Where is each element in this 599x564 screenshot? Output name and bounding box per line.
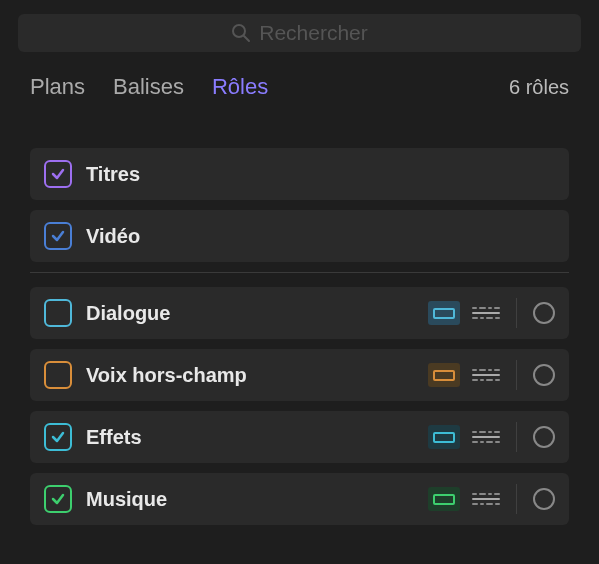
checkbox-video[interactable] <box>44 222 72 250</box>
action-divider <box>516 422 517 452</box>
lanes-icon[interactable] <box>472 365 500 385</box>
role-item-titres: Titres <box>30 148 569 200</box>
lanes-icon[interactable] <box>472 427 500 447</box>
role-item-effets: Effets <box>30 411 569 463</box>
role-label-video: Vidéo <box>86 225 555 248</box>
solo-icon[interactable] <box>533 302 555 324</box>
check-icon <box>50 429 66 445</box>
role-label-musique: Musique <box>86 488 428 511</box>
role-label-effets: Effets <box>86 426 428 449</box>
roles-count: 6 rôles <box>509 76 569 99</box>
tab-roles[interactable]: Rôles <box>212 74 268 100</box>
lanes-icon[interactable] <box>472 303 500 323</box>
divider <box>30 272 569 273</box>
clip-display-icon[interactable] <box>428 425 460 449</box>
tab-balises[interactable]: Balises <box>113 74 184 100</box>
role-list: Titres Vidéo Dialogue Voix hors-champ <box>0 118 599 525</box>
role-item-voix: Voix hors-champ <box>30 349 569 401</box>
checkbox-dialogue[interactable] <box>44 299 72 327</box>
checkbox-musique[interactable] <box>44 485 72 513</box>
clip-display-icon[interactable] <box>428 487 460 511</box>
role-actions <box>428 360 555 390</box>
check-icon <box>50 166 66 182</box>
tab-plans[interactable]: Plans <box>30 74 85 100</box>
role-item-dialogue: Dialogue <box>30 287 569 339</box>
solo-icon[interactable] <box>533 364 555 386</box>
search-icon <box>231 23 251 43</box>
role-actions <box>428 484 555 514</box>
role-actions <box>428 298 555 328</box>
lanes-icon[interactable] <box>472 489 500 509</box>
role-actions <box>428 422 555 452</box>
role-label-voix: Voix hors-champ <box>86 364 428 387</box>
action-divider <box>516 298 517 328</box>
checkbox-voix[interactable] <box>44 361 72 389</box>
tab-bar: Plans Balises Rôles 6 rôles <box>0 52 599 118</box>
action-divider <box>516 360 517 390</box>
search-placeholder: Rechercher <box>259 21 368 45</box>
role-label-dialogue: Dialogue <box>86 302 428 325</box>
role-label-titres: Titres <box>86 163 555 186</box>
action-divider <box>516 484 517 514</box>
checkbox-titres[interactable] <box>44 160 72 188</box>
role-item-video: Vidéo <box>30 210 569 262</box>
svg-point-0 <box>233 25 245 37</box>
check-icon <box>50 491 66 507</box>
check-icon <box>50 228 66 244</box>
solo-icon[interactable] <box>533 426 555 448</box>
role-item-musique: Musique <box>30 473 569 525</box>
solo-icon[interactable] <box>533 488 555 510</box>
checkbox-effets[interactable] <box>44 423 72 451</box>
svg-line-1 <box>244 36 249 41</box>
clip-display-icon[interactable] <box>428 363 460 387</box>
search-field[interactable]: Rechercher <box>18 14 581 52</box>
clip-display-icon[interactable] <box>428 301 460 325</box>
